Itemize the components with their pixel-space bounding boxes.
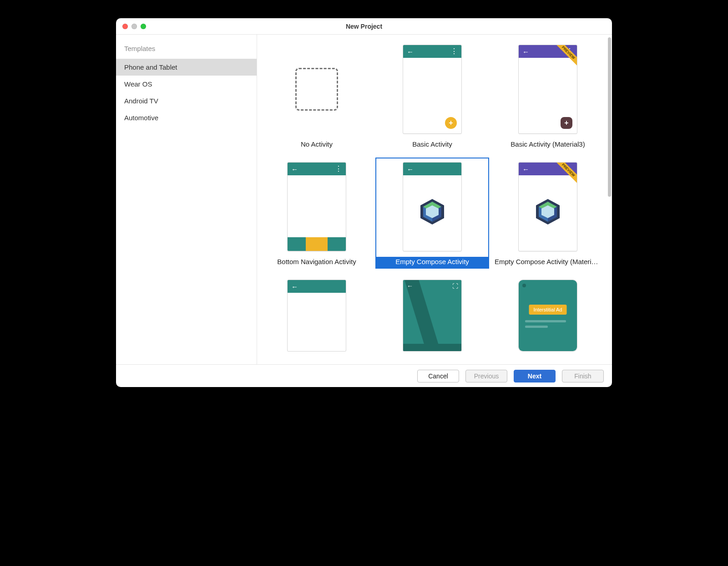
overflow-menu-icon: [335, 165, 342, 173]
back-arrow-icon: [407, 48, 414, 55]
previous-button: Previous: [465, 370, 507, 382]
sidebar-item-label: Phone and Tablet: [124, 63, 177, 71]
next-button[interactable]: Next: [514, 370, 556, 382]
back-arrow-icon: [522, 166, 529, 173]
ad-line-icon: [525, 326, 548, 328]
sidebar-item-android-tv[interactable]: Android TV: [116, 92, 257, 109]
sidebar-heading: Templates: [116, 41, 257, 59]
template-label: Bottom Navigation Activity: [261, 257, 373, 268]
fab-add-icon: [561, 117, 572, 129]
fullscreen-topbar-icon: ⛶: [403, 280, 461, 292]
compose-logo-icon: [420, 199, 444, 224]
templates-sidebar: Templates Phone and Tablet Wear OS Andro…: [116, 35, 257, 364]
template-row3-a[interactable]: [260, 275, 374, 352]
template-basic-activity-m3[interactable]: PREVIEW Basic Activity (Material3): [491, 40, 605, 151]
titlebar: New Project: [116, 18, 612, 35]
back-arrow-icon: [407, 282, 413, 290]
wizard-footer: Cancel Previous Next Finish: [116, 364, 612, 387]
appbar-icon: [288, 280, 346, 293]
sidebar-item-label: Automotive: [124, 114, 158, 122]
thumb-basic-activity-m3: PREVIEW: [518, 45, 577, 134]
thumb-row3-c: Interstitial Ad: [518, 280, 577, 352]
sidebar-item-wear-os[interactable]: Wear OS: [116, 76, 257, 92]
sidebar-item-label: Android TV: [124, 97, 158, 105]
thumb-bottom-nav: [287, 162, 346, 251]
interstitial-ad-badge: Interstitial Ad: [529, 305, 567, 315]
template-empty-compose-activity[interactable]: Empty Compose Activity: [375, 158, 489, 269]
dashed-box-icon: [295, 68, 338, 111]
thumb-empty-compose: [403, 162, 462, 251]
template-bottom-nav-activity[interactable]: Bottom Navigation Activity: [260, 158, 374, 269]
template-no-activity[interactable]: No Activity: [260, 40, 374, 151]
thumb-no-activity: [287, 45, 346, 134]
window-body: Templates Phone and Tablet Wear OS Andro…: [116, 35, 612, 364]
finish-button: Finish: [562, 370, 604, 382]
thumb-row3-a: [287, 280, 346, 352]
template-label: Empty Compose Activity (Material3): [492, 257, 604, 268]
template-row3-b[interactable]: ⛶: [375, 275, 489, 352]
thumb-basic-activity: [403, 45, 462, 134]
template-empty-compose-activity-m3[interactable]: PREVIEW Empty Compose Activity (Material…: [491, 158, 605, 269]
new-project-window: New Project Templates Phone and Tablet W…: [116, 18, 612, 387]
thumb-empty-compose-m3: PREVIEW: [518, 162, 577, 251]
window-title: New Project: [116, 23, 612, 30]
sidebar-item-automotive[interactable]: Automotive: [116, 109, 257, 126]
appbar-icon: [288, 163, 346, 175]
template-label: No Activity: [261, 139, 373, 150]
ad-bg-icon: [519, 280, 577, 351]
bottom-nav-icon: [288, 237, 346, 251]
appbar-icon: [403, 45, 461, 58]
ad-dot-icon: [522, 284, 526, 287]
ad-line-icon: [525, 320, 566, 322]
template-label: Basic Activity: [376, 139, 488, 150]
cancel-button[interactable]: Cancel: [417, 370, 459, 382]
template-label: Empty Compose Activity: [376, 257, 488, 268]
sidebar-item-label: Wear OS: [124, 80, 152, 88]
template-gallery: No Activity Basic Activity: [257, 35, 612, 364]
template-label: Basic Activity (Material3): [492, 139, 604, 150]
expand-icon: ⛶: [452, 283, 458, 290]
back-arrow-icon: [522, 48, 529, 55]
back-arrow-icon: [407, 166, 414, 173]
thumb-row3-b: ⛶: [403, 280, 462, 352]
fab-add-icon: [445, 117, 457, 129]
back-arrow-icon: [291, 166, 298, 173]
back-arrow-icon: [291, 283, 298, 290]
overflow-menu-icon: [450, 48, 458, 55]
template-grid: No Activity Basic Activity: [266, 40, 598, 352]
template-basic-activity[interactable]: Basic Activity: [375, 40, 489, 151]
template-scroll: No Activity Basic Activity: [257, 35, 607, 364]
sidebar-item-phone-and-tablet[interactable]: Phone and Tablet: [116, 59, 257, 76]
appbar-icon: [403, 163, 461, 175]
compose-logo-icon: [536, 199, 560, 224]
template-row3-c[interactable]: Interstitial Ad: [491, 275, 605, 352]
vertical-scrollbar[interactable]: [608, 37, 611, 197]
